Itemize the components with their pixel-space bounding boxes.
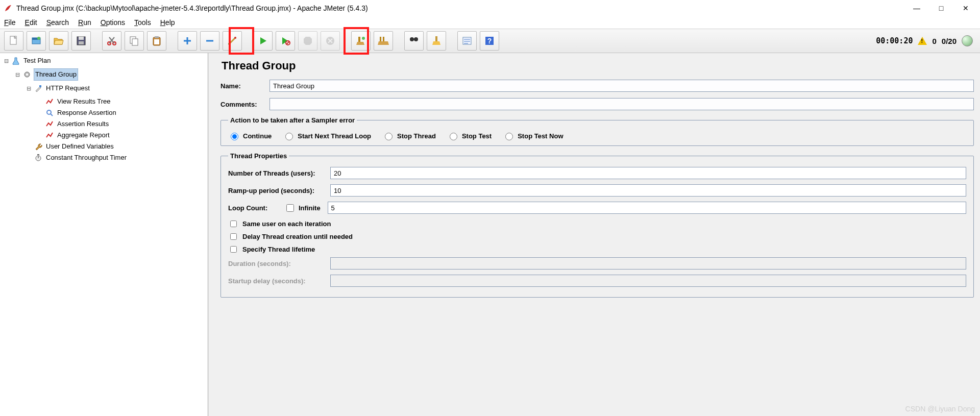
name-input[interactable] xyxy=(270,80,974,92)
num-threads-label: Number of Threads (users): xyxy=(228,169,330,177)
tree-label-test-plan: Test Plan xyxy=(22,55,52,66)
tree-test-plan[interactable]: ⊟ Test Plan ⊟ Thread Group ⊟ HTTP Reques… xyxy=(4,55,207,163)
close-button[interactable]: ✕ xyxy=(960,4,972,12)
elapsed-time: 00:00:20 xyxy=(876,36,913,45)
thread-properties-legend: Thread Properties xyxy=(228,152,289,160)
templates-button[interactable] xyxy=(27,31,46,51)
infinite-checkbox[interactable]: Infinite xyxy=(284,203,321,213)
svg-marker-17 xyxy=(304,37,312,45)
start-button[interactable] xyxy=(253,31,273,51)
svg-rect-32 xyxy=(39,85,41,87)
tree-user-defined-variables[interactable]: User Defined Variables xyxy=(27,141,207,152)
svg-rect-12 xyxy=(155,36,159,38)
svg-rect-10 xyxy=(132,39,138,45)
sampler-error-fieldset: Action to be taken after a Sampler error… xyxy=(220,116,974,146)
collapse-remove-button[interactable] xyxy=(200,31,219,51)
warning-icon[interactable] xyxy=(918,37,927,45)
lifetime-label: Specify Thread lifetime xyxy=(242,246,315,253)
radio-stop-test-now[interactable]: Stop Test Now xyxy=(503,131,563,140)
window-controls: — □ ✕ xyxy=(911,4,976,12)
tree-view-results-tree[interactable]: View Results Tree xyxy=(38,96,207,107)
menu-search[interactable]: Search xyxy=(46,18,69,27)
radio-stop-test[interactable]: Stop Test xyxy=(447,131,492,140)
num-threads-input[interactable] xyxy=(330,167,966,179)
toggle-icon[interactable]: ⊟ xyxy=(4,55,9,66)
menu-run[interactable]: Run xyxy=(78,18,91,27)
minimize-button[interactable]: — xyxy=(911,4,923,12)
tree-thread-group[interactable]: ⊟ Thread Group ⊟ HTTP Request View Resul… xyxy=(15,68,207,163)
menu-help[interactable]: Help xyxy=(160,18,175,27)
comments-input[interactable] xyxy=(270,98,974,110)
main-content: ⊟ Test Plan ⊟ Thread Group ⊟ HTTP Reques… xyxy=(0,53,980,416)
startup-delay-label: Startup delay (seconds): xyxy=(228,277,330,285)
cut-button[interactable] xyxy=(102,31,121,51)
thread-properties-fieldset: Thread Properties Number of Threads (use… xyxy=(220,152,974,298)
tree-response-assertion[interactable]: Response Assertion xyxy=(38,107,207,118)
svg-point-33 xyxy=(47,110,51,114)
sampler-error-legend: Action to be taken after a Sampler error xyxy=(228,116,357,124)
svg-rect-25 xyxy=(413,39,415,40)
gear-icon xyxy=(22,70,32,79)
clear-button[interactable] xyxy=(351,31,371,51)
stopwatch-icon xyxy=(34,153,43,162)
app-icon xyxy=(4,4,12,12)
editor-pane: Thread Group Name: Comments: Action to b… xyxy=(208,53,980,416)
new-button[interactable] xyxy=(4,31,23,51)
clear-all-button[interactable] xyxy=(374,31,393,51)
menu-edit-label: dit xyxy=(30,18,37,27)
ramp-up-input[interactable] xyxy=(330,184,966,197)
duration-input xyxy=(330,257,966,270)
menu-file[interactable]: File xyxy=(4,18,16,27)
tree-assertion-results[interactable]: Assertion Results xyxy=(38,118,207,130)
toolbar: ? 00:00:20 0 0/20 xyxy=(0,29,980,53)
chart-icon xyxy=(45,119,54,129)
tree-label-http-request: HTTP Request xyxy=(45,83,91,94)
radio-stop-thread-label: Stop Thread xyxy=(397,132,436,140)
tree-http-request[interactable]: ⊟ HTTP Request View Results Tree Respons… xyxy=(27,83,207,141)
function-helper-button[interactable] xyxy=(457,31,477,51)
status-indicator-icon xyxy=(962,35,973,46)
toggle-icon[interactable]: ⊟ xyxy=(27,83,32,94)
tree-constant-throughput-timer[interactable]: Constant Throughput Timer xyxy=(27,152,207,163)
menu-options[interactable]: Options xyxy=(101,18,125,27)
svg-point-15 xyxy=(234,37,236,39)
copy-button[interactable] xyxy=(125,31,144,51)
reset-search-button[interactable] xyxy=(427,31,446,51)
duration-label: Duration (seconds): xyxy=(228,260,330,267)
tree-label-user-defined-variables: User Defined Variables xyxy=(45,141,115,152)
radio-stop-thread[interactable]: Stop Thread xyxy=(382,131,436,140)
svg-point-14 xyxy=(228,43,230,45)
same-user-label: Same user on each iteration xyxy=(242,220,331,228)
chart-icon xyxy=(45,97,54,106)
radio-start-next[interactable]: Start Next Thread Loop xyxy=(283,131,371,140)
same-user-checkbox[interactable] xyxy=(230,221,237,227)
loop-count-input[interactable] xyxy=(328,202,966,214)
shutdown-button[interactable] xyxy=(321,31,340,51)
tree-pane[interactable]: ⊟ Test Plan ⊟ Thread Group ⊟ HTTP Reques… xyxy=(0,53,208,416)
page-title: Thread Group xyxy=(222,59,974,72)
maximize-button[interactable]: □ xyxy=(935,4,947,12)
open-button[interactable] xyxy=(49,31,68,51)
lifetime-checkbox[interactable] xyxy=(230,246,237,253)
menu-edit[interactable]: Edit xyxy=(25,18,37,27)
save-button[interactable] xyxy=(71,31,91,51)
help-button[interactable]: ? xyxy=(480,31,499,51)
toggle-icon[interactable]: ⊟ xyxy=(15,69,20,80)
menu-run-label: un xyxy=(83,18,91,27)
stop-button[interactable] xyxy=(298,31,317,51)
radio-continue[interactable]: Continue xyxy=(228,131,272,140)
tree-aggregate-report[interactable]: Aggregate Report xyxy=(38,130,207,141)
wrench-icon xyxy=(34,142,43,151)
svg-rect-22 xyxy=(383,37,384,41)
startup-delay-input xyxy=(330,275,966,287)
menu-tools[interactable]: Tools xyxy=(134,18,151,27)
start-no-pauses-button[interactable] xyxy=(276,31,295,51)
toggle-button[interactable] xyxy=(223,31,242,51)
paste-button[interactable] xyxy=(147,31,166,51)
expand-add-button[interactable] xyxy=(178,31,197,51)
delay-creation-checkbox[interactable] xyxy=(230,233,237,240)
search-button[interactable] xyxy=(404,31,424,51)
tree-label-thread-group: Thread Group xyxy=(34,68,78,81)
warning-count: 0 xyxy=(932,37,936,45)
window-title: Thread Group.jmx (C:\backup\Mytool\apach… xyxy=(16,4,911,12)
